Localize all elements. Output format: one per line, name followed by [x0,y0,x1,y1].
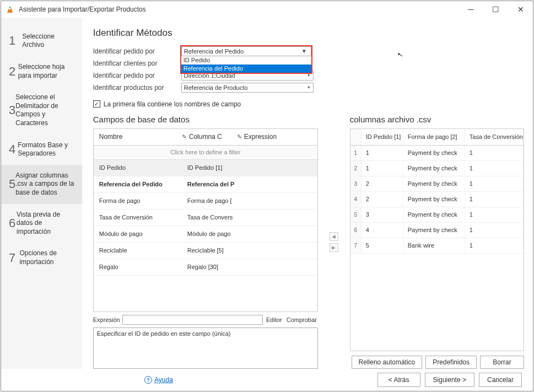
csv-header-id[interactable]: ID Pedido [1] [362,129,403,145]
help-icon: ? [144,376,152,384]
help-link[interactable]: ? Ayuda [144,376,173,384]
chevron-down-icon: ▼ [307,85,311,89]
editor-link[interactable]: Editor [265,316,283,323]
csv-header-pago[interactable]: Forma de pago [2] [403,129,465,145]
expression-input[interactable] [122,315,263,325]
db-row[interactable]: Forma de pago Forma de pago [ [94,193,317,210]
window-title: Asistente para Importar/Exportar Product… [19,6,146,13]
step-6[interactable]: 6 Vista previa de datos de importación [1,204,82,243]
step-5[interactable]: 5 Asignar columnas .csv a campos de la b… [1,165,82,204]
maximize-button[interactable]: ☐ [483,1,508,18]
csv-row[interactable]: 4 2 Payment by check 1 [350,192,524,207]
db-row[interactable]: Referencia del Pedido Referencia del P [94,176,317,193]
description-box: Especificar el ID de pedido en este camp… [93,327,318,369]
chevron-down-icon[interactable]: ▾ [300,47,309,55]
step-7[interactable]: 7 Opciones de importación [1,243,82,273]
move-left-button[interactable]: ◀ [330,232,338,241]
cursor-icon: ↖ [397,50,403,59]
dropdown-option-id-pedido[interactable]: ID Pedido [181,56,311,65]
csv-columns-title: columnas archivo .csv [350,115,524,124]
main-panel: Identificar Métodos Identificar pedido p… [82,18,533,369]
step-2[interactable]: 2 Seleccione hoja para importar [1,56,82,87]
transfer-arrows: ◀ ▶ [328,115,340,369]
db-row[interactable]: Tasa de Conversión Tasa de Convers [94,210,317,226]
first-row-headers-checkbox[interactable]: ✓ La primera fila contiene los nombres d… [93,100,524,108]
db-row[interactable]: Reciclable Reciclable [5] [94,243,317,259]
db-row[interactable]: ID Pedido ID Pedido [1] [94,160,317,176]
csv-row[interactable]: 3 2 Payment by check 1 [350,176,524,192]
csv-row[interactable]: 5 3 Payment by check 1 [350,207,524,223]
identify-order-label: Identificar pedido por [93,47,181,55]
db-header-name[interactable]: Nombre [94,133,182,141]
wizard-footer: ? Ayuda < Atrás Siguiente > Cancelar [1,369,533,391]
db-header-expression[interactable]: ✎Expression [237,133,317,141]
wizard-sidebar: 1 Seleccione Archivo 2 Seleccione hoja p… [1,18,82,369]
dropdown-option-referencia[interactable]: Referencia del Pedido [181,65,311,73]
predefined-button[interactable]: Predefinidos [425,356,477,369]
auto-fill-button[interactable]: Relleno automático [352,356,423,369]
back-button[interactable]: < Atrás [377,373,420,387]
db-row[interactable]: Regalo Regalo [30] [94,259,317,276]
close-button[interactable]: ✕ [508,1,533,18]
titlebar: Asistente para Importar/Exportar Product… [1,1,533,18]
csv-row[interactable]: 2 1 Payment by check 1 [350,161,524,176]
db-row[interactable]: Módulo de pago Módulo de pago [94,226,317,243]
checkbox-icon: ✓ [93,100,100,108]
identify-products-label: Identificar productos por [93,84,181,92]
db-header-column[interactable]: ✎Columna C [182,133,237,141]
step-4[interactable]: 4 Formatos Base y Separadores [1,135,82,165]
cancel-button[interactable]: Cancelar [479,373,522,387]
filter-row[interactable]: Click here to define a filter [94,146,317,160]
db-fields-table: Nombre ✎Columna C ✎Expression Click here… [93,128,318,312]
csv-header-tasa[interactable]: Tasa de Conversión [465,129,524,145]
csv-row[interactable]: 7 5 Bank wire 1 [350,238,524,254]
page-title: Identificar Métodos [93,28,524,39]
next-button[interactable]: Siguiente > [425,373,474,387]
step-1[interactable]: 1 Seleccione Archivo [1,26,82,56]
clear-button[interactable]: Borrar [480,356,524,369]
chevron-down-icon: ▼ [307,73,311,77]
csv-row[interactable]: 1 1 Payment by check 1 [350,146,524,161]
identify-order2-label: Identificar pedido por [93,72,181,79]
identify-customer-label: Identificar clientes por [93,60,181,67]
csv-row[interactable]: 6 4 Payment by check 1 [350,223,524,238]
step-3[interactable]: 3 Seleccione el Delimitador de Campos y … [1,87,82,134]
svg-point-0 [9,7,10,8]
expression-label: Expresión [93,316,120,323]
csv-table: ID Pedido [1] Forma de pago [2] Tasa de … [350,128,524,351]
identify-methods-grid: Identificar pedido por Referencia del Pe… [93,46,524,93]
identify-products-combo[interactable]: Referencia de Producto▼ [181,83,314,93]
db-fields-title: Campos de base de datos [93,115,318,124]
pencil-icon: ✎ [182,133,187,141]
check-link[interactable]: Comprobar [285,316,318,323]
move-right-button[interactable]: ▶ [330,243,338,252]
identify-order-dropdown[interactable]: Referencia del Pedido ▾ ↖ ID Pedido Refe… [180,45,312,74]
pencil-icon: ✎ [237,133,242,141]
app-icon [6,5,14,14]
minimize-button[interactable]: ─ [459,1,483,18]
